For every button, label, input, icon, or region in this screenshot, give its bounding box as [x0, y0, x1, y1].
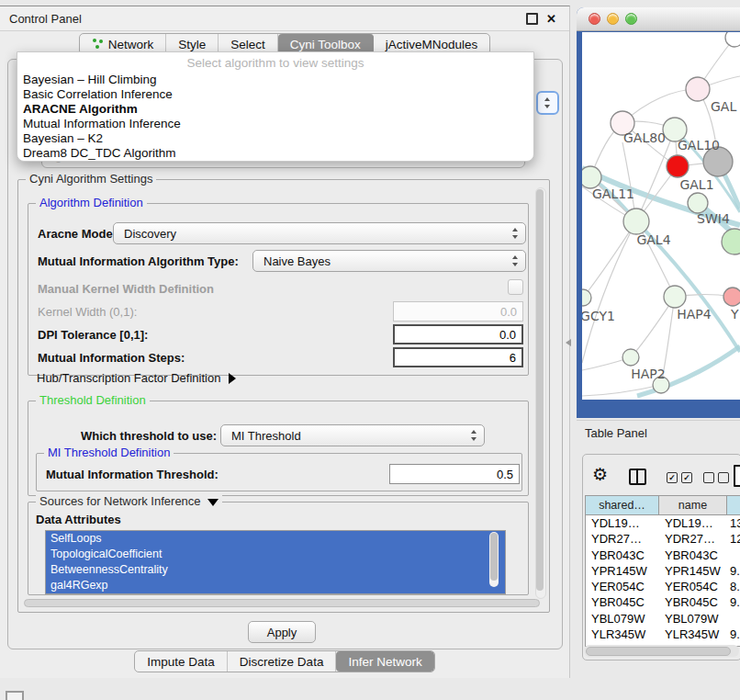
threshold-definition-group: Threshold Definition Which threshold to … [28, 401, 529, 496]
scrollbar-thumb[interactable] [586, 647, 731, 656]
kernel-width-label: Kernel Width (0,1): [38, 306, 137, 318]
data-attributes-list[interactable]: SelfLoopsTopologicalCoefficientBetweenne… [45, 530, 506, 594]
algorithm-option-basic-correlation-inference[interactable]: Basic Correlation Inference [17, 87, 533, 102]
mi-algorithm-type-select[interactable]: Naive Bayes [252, 250, 526, 272]
mi-threshold-input[interactable] [389, 464, 520, 484]
mi-threshold-group: MI Threshold Definition Mutual Informati… [36, 453, 522, 491]
mi-steps-input[interactable] [393, 347, 523, 367]
network-node[interactable] [667, 155, 689, 177]
gear-icon[interactable]: ⚙ [592, 466, 608, 483]
unchecked-box-icon [718, 472, 729, 483]
network-node[interactable] [686, 77, 710, 101]
table-row[interactable]: YER054CYER054C8. [586, 579, 740, 594]
settings-vertical-scrollbar[interactable] [535, 187, 546, 599]
spinner-arrows-icon [512, 228, 519, 239]
control-panel-titlebar[interactable]: Control Panel ✕ [0, 6, 569, 31]
bottom-tab-bar: Impute DataDiscretize DataInfer Network [134, 650, 434, 672]
network-node-label: GAL [711, 99, 736, 114]
document-icon[interactable] [734, 465, 740, 487]
zoom-traffic-light[interactable] [625, 13, 637, 25]
deselect-all-checkboxes-icon[interactable] [703, 472, 729, 483]
hub-definition-expander[interactable]: Hub/Transcription Factor Definition [37, 371, 236, 385]
table-cell: YDR27… [659, 531, 727, 547]
table-row[interactable]: YBR045CYBR045C9. [586, 594, 740, 610]
data-attribute-item[interactable]: TopologicalCoefficient [46, 547, 505, 562]
tab-impute-data[interactable]: Impute Data [135, 651, 228, 672]
data-attribute-item[interactable]: SelfLoops [46, 531, 505, 547]
apply-button[interactable]: Apply [248, 621, 316, 643]
table-row[interactable]: YPR145WYPR145W9. [586, 563, 740, 579]
algorithm-option-mutual-information-inference[interactable]: Mutual Information Inference [17, 117, 533, 131]
manual-kernel-checkbox[interactable] [508, 279, 523, 295]
float-window-icon[interactable] [526, 13, 538, 25]
table-row[interactable]: YDR27…YDR27…12 [586, 531, 740, 547]
network-node[interactable] [582, 289, 591, 306]
column-header[interactable]: shared… [586, 496, 659, 514]
which-threshold-select[interactable]: MI Threshold [220, 424, 485, 446]
network-node[interactable] [664, 286, 686, 308]
tab-discretize-data[interactable]: Discretize Data [228, 651, 337, 672]
table-row[interactable]: YBL079WYBL079W [586, 611, 740, 627]
table-row[interactable]: YLR345WYLR345W9. [586, 627, 740, 642]
aracne-mode-select[interactable]: Discovery [113, 222, 526, 244]
table-cell: YBR043C [659, 548, 727, 563]
panel-title: Control Panel [0, 12, 82, 26]
close-icon[interactable]: ✕ [546, 13, 556, 25]
table-cell: YER054C [586, 579, 659, 594]
table-horizontal-scrollbar[interactable] [584, 645, 739, 657]
network-node[interactable] [688, 193, 708, 213]
algorithm-combo-focus-sliver[interactable] [536, 91, 559, 115]
column-header[interactable] [727, 496, 740, 514]
network-node-label: GAL11 [592, 186, 634, 201]
algorithm-option-bayesian-k2[interactable]: Bayesian – K2 [17, 131, 533, 146]
dpi-tolerance-label: DPI Tolerance [0,1]: [38, 329, 148, 341]
network-node[interactable] [623, 209, 649, 234]
select-all-checkboxes-icon[interactable]: ✓ ✓ [667, 472, 692, 483]
table-cell [727, 611, 740, 627]
table-row[interactable]: YDL19…YDL19…13 [586, 515, 740, 531]
apply-button-label: Apply [267, 626, 297, 639]
titlebar-buttons: ✕ [526, 13, 569, 25]
network-node[interactable] [723, 288, 740, 306]
tab-label: Impute Data [147, 655, 215, 669]
data-attribute-item[interactable]: gal4RGexp [46, 578, 505, 593]
network-node[interactable] [722, 229, 740, 254]
table-cell: YLR345W [659, 627, 727, 642]
table-cell: YBR045C [586, 594, 659, 610]
attributes-list-scrollbar[interactable] [489, 532, 499, 587]
settings-group-title: Cyni Algorithm Settings [26, 172, 156, 186]
algorithm-option-bayesian-hill-climbing[interactable]: Bayesian – Hill Climbing [17, 73, 533, 87]
control-panel-window: Control Panel ✕ NetworkStyleSelectCyni T… [0, 6, 570, 678]
network-node[interactable] [622, 349, 639, 366]
table-cell: YBR043C [586, 548, 659, 563]
close-traffic-light[interactable] [589, 13, 600, 25]
mi-type-value: Naive Bayes [263, 254, 331, 268]
table-cell: YDR27… [586, 531, 659, 547]
algorithm-option-aracne-algorithm[interactable]: ARACNE Algorithm [17, 102, 533, 117]
network-node[interactable] [582, 166, 601, 188]
network-node[interactable] [725, 32, 740, 47]
algorithm-option-dream8-dc-tdc-algorithm[interactable]: Dream8 DC_TDC Algorithm [17, 146, 533, 161]
table-row[interactable]: YBR043CYBR043C [586, 548, 740, 563]
table-cell: 9. [727, 627, 740, 642]
table-panel-header: Table Panel [577, 420, 740, 445]
network-titlebar[interactable] [577, 7, 740, 31]
settings-horizontal-scrollbar[interactable] [24, 599, 540, 607]
table-cell: YDL19… [586, 515, 659, 531]
columns-icon[interactable] [629, 469, 646, 485]
dpi-tolerance-input[interactable] [393, 324, 523, 344]
scrollbar-thumb[interactable] [490, 533, 498, 581]
minimize-traffic-light[interactable] [607, 13, 619, 25]
network-node-label: HAP2 [631, 367, 665, 381]
network-canvas[interactable]: GALGAL80GAL10GAL1GAL11SWI4GAL4GCY1HAP4YH… [582, 32, 740, 400]
spinner-arrows-icon [512, 255, 519, 266]
scrollbar-thumb[interactable] [536, 189, 544, 591]
tab-infer-network[interactable]: Infer Network [336, 651, 433, 672]
panel-splitter-handle[interactable] [566, 339, 571, 346]
data-attribute-item[interactable]: BetweennessCentrality [46, 562, 505, 578]
which-threshold-label: Which threshold to use: [81, 430, 217, 442]
column-header[interactable]: name [659, 496, 727, 514]
network-tab-icon [92, 39, 104, 50]
kernel-width-input[interactable] [393, 301, 523, 322]
minimized-panel-icon[interactable] [6, 691, 24, 700]
